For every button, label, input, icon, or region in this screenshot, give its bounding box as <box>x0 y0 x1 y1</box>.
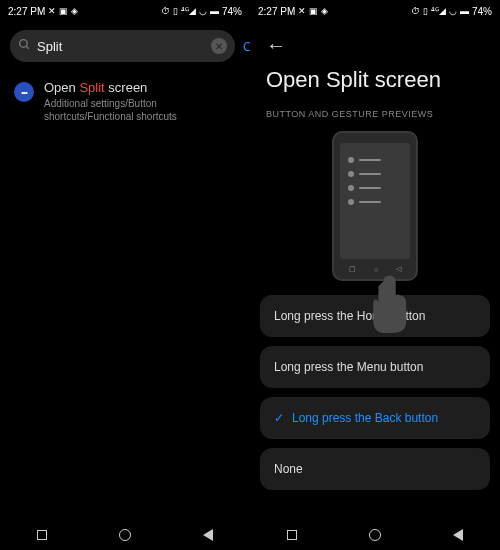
option-home[interactable]: Long press the Home button <box>260 295 490 337</box>
phone-home-icon: ○ <box>374 266 378 273</box>
recent-button[interactable] <box>22 530 62 540</box>
status-bar: 2:27 PM ✕ ▣ ◈ ⏱ ▯ ⁴ᴳ◢ ◡ ▬ 74% <box>250 0 500 22</box>
search-input[interactable] <box>37 39 205 54</box>
phone-back-icon: ◁ <box>396 265 401 273</box>
app-icon-2: ◈ <box>71 7 78 16</box>
wifi-icon: ◡ <box>449 7 457 16</box>
screen-search: 2:27 PM ✕ ▣ ◈ ⏱ ▯ ⁴ᴳ◢ ◡ ▬ 74% ✕ Cancel •… <box>0 0 250 550</box>
search-row: ✕ Cancel <box>0 22 250 70</box>
search-icon <box>18 38 31 54</box>
home-button[interactable] <box>355 529 395 541</box>
battery-icon: ▬ <box>210 7 219 16</box>
wifi-icon: ◡ <box>199 7 207 16</box>
back-button[interactable] <box>438 529 478 541</box>
option-label: Long press the Home button <box>274 309 425 323</box>
search-field[interactable]: ✕ <box>10 30 235 62</box>
options-list: Long press the Home button Long press th… <box>250 295 500 498</box>
option-label: None <box>274 462 303 476</box>
check-icon: ✓ <box>274 411 284 425</box>
clear-icon[interactable]: ✕ <box>211 38 227 54</box>
battery-percent: 74% <box>472 6 492 17</box>
app-icon-1: ▣ <box>59 7 68 16</box>
mute-icon: ✕ <box>298 7 306 16</box>
result-path: Additional settings/Button shortcuts/Fun… <box>44 97 236 123</box>
back-button[interactable] <box>188 529 228 541</box>
signal-icon: ⁴ᴳ◢ <box>431 7 446 16</box>
alarm-icon: ⏱ <box>411 7 420 16</box>
option-menu[interactable]: Long press the Menu button <box>260 346 490 388</box>
status-time: 2:27 PM <box>8 6 45 17</box>
search-result[interactable]: ••• Open Split screen Additional setting… <box>0 70 250 133</box>
sim-icon: ▯ <box>173 7 178 16</box>
battery-percent: 74% <box>222 6 242 17</box>
signal-icon: ⁴ᴳ◢ <box>181 7 196 16</box>
sim-icon: ▯ <box>423 7 428 16</box>
phone-recent-icon: ▢ <box>349 265 356 273</box>
page-title: Open Split screen <box>250 61 500 105</box>
nav-bar <box>250 520 500 550</box>
screen-detail: 2:27 PM ✕ ▣ ◈ ⏱ ▯ ⁴ᴳ◢ ◡ ▬ 74% ← Open Spl… <box>250 0 500 550</box>
home-button[interactable] <box>105 529 145 541</box>
result-title: Open Split screen <box>44 80 236 95</box>
option-label: Long press the Back button <box>292 411 438 425</box>
nav-bar <box>0 520 250 550</box>
mute-icon: ✕ <box>48 7 56 16</box>
phone-illustration: ▢ ○ ◁ <box>332 131 418 281</box>
shortcut-icon: ••• <box>14 82 34 102</box>
svg-point-0 <box>20 40 28 48</box>
app-icon-1: ▣ <box>309 7 318 16</box>
alarm-icon: ⏱ <box>161 7 170 16</box>
option-back[interactable]: ✓ Long press the Back button <box>260 397 490 439</box>
app-icon-2: ◈ <box>321 7 328 16</box>
option-label: Long press the Menu button <box>274 360 423 374</box>
option-none[interactable]: None <box>260 448 490 490</box>
battery-icon: ▬ <box>460 7 469 16</box>
svg-line-1 <box>26 46 29 49</box>
gesture-preview: ▢ ○ ◁ <box>250 127 500 295</box>
status-bar: 2:27 PM ✕ ▣ ◈ ⏱ ▯ ⁴ᴳ◢ ◡ ▬ 74% <box>0 0 250 22</box>
section-label: BUTTON AND GESTURE PREVIEWS <box>250 105 500 127</box>
status-time: 2:27 PM <box>258 6 295 17</box>
recent-button[interactable] <box>272 530 312 540</box>
back-arrow-icon[interactable]: ← <box>266 34 286 56</box>
